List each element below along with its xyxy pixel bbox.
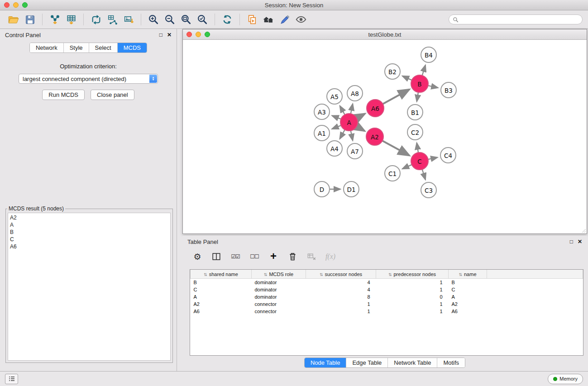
result-item[interactable]: A6	[10, 243, 168, 250]
cell-successor-nodes[interactable]: 1	[306, 300, 376, 308]
graph-node-D1[interactable]: D1	[344, 181, 359, 197]
edge-A2-C[interactable]	[382, 141, 409, 155]
cell-successor-nodes[interactable]: 4	[306, 279, 376, 286]
table-settings-gear-icon[interactable]: ⚙	[191, 251, 203, 262]
cell-successor-nodes[interactable]: 1	[306, 308, 376, 315]
cell-name[interactable]: A6	[449, 308, 487, 315]
graph-node-A4[interactable]: A4	[327, 141, 342, 156]
cell-predecessor-nodes[interactable]: 1	[376, 286, 449, 293]
tab-edge-table[interactable]: Edge Table	[346, 358, 388, 367]
edge-A-A1[interactable]	[332, 125, 341, 129]
cell-predecessor-nodes[interactable]: 0	[376, 293, 449, 300]
graph-node-B1[interactable]: B1	[407, 105, 423, 120]
table-row[interactable]: A2connector11A2	[191, 300, 583, 308]
add-row-icon[interactable]: +	[268, 250, 279, 262]
float-table-panel-icon[interactable]: □	[570, 239, 573, 244]
graph-node-B[interactable]: B	[411, 75, 428, 92]
graph-node-B3[interactable]: B3	[441, 82, 456, 98]
cell-name[interactable]: A	[449, 293, 487, 300]
graph-node-C[interactable]: C	[411, 152, 428, 170]
network-close-button[interactable]	[186, 32, 192, 37]
graph-node-C4[interactable]: C4	[440, 148, 456, 163]
table-row[interactable]: Bdominator41B	[191, 279, 583, 286]
column-header-shared-name[interactable]: ⇅shared name	[191, 270, 252, 279]
toggle-view-button[interactable]	[293, 12, 309, 27]
result-item[interactable]: A2	[10, 214, 168, 221]
edge-B-B2[interactable]	[402, 76, 412, 80]
cell-MCDS-role[interactable]: dominator	[252, 286, 306, 293]
graph-node-A1[interactable]: A1	[314, 125, 330, 141]
column-header-MCDS-role[interactable]: ⇅MCDS role	[252, 270, 306, 279]
export-image-button[interactable]	[120, 12, 137, 27]
result-item[interactable]: C	[10, 236, 168, 243]
cell-shared-name[interactable]: A2	[191, 300, 252, 308]
open-file-button[interactable]	[5, 12, 22, 27]
network-graph[interactable]: B4B2BB3A5A8A6B1A3AA1C2A2A4A7C4CC1C3DD1	[183, 40, 587, 234]
cell-predecessor-nodes[interactable]: 1	[376, 300, 449, 308]
network-zoom-button[interactable]	[205, 32, 210, 37]
edge-B-B1[interactable]	[417, 92, 418, 102]
graph-node-C1[interactable]: C1	[385, 166, 400, 181]
cell-successor-nodes[interactable]: 8	[306, 293, 376, 300]
delete-rows-icon[interactable]	[287, 251, 298, 262]
cell-name[interactable]: C	[449, 286, 487, 293]
open-recent-session-button[interactable]	[244, 12, 260, 27]
cell-name[interactable]: B	[449, 279, 487, 286]
graph-node-A6[interactable]: A6	[367, 100, 384, 117]
cell-shared-name[interactable]: A	[191, 293, 252, 300]
edge-A-A2[interactable]	[357, 126, 365, 131]
cell-shared-name[interactable]: A6	[191, 308, 252, 315]
minimize-window-button[interactable]	[13, 2, 19, 8]
deselect-all-icon[interactable]: ☐☐	[249, 251, 260, 262]
cell-MCDS-role[interactable]: connector	[252, 308, 306, 315]
tab-style[interactable]: Style	[64, 43, 89, 52]
tab-motifs[interactable]: Motifs	[437, 358, 465, 367]
close-window-button[interactable]	[4, 2, 10, 8]
graph-node-C3[interactable]: C3	[421, 182, 436, 198]
zoom-selected-button[interactable]	[194, 12, 210, 27]
run-mcds-button[interactable]: Run MCDS	[42, 90, 85, 100]
column-header-name[interactable]: ⇅name	[449, 270, 487, 279]
tab-mcds[interactable]: MCDS	[118, 43, 147, 52]
edge-A-A7[interactable]	[351, 131, 353, 141]
edge-B-B3[interactable]	[428, 86, 438, 88]
column-header-successor-nodes[interactable]: ⇅successor nodes	[306, 270, 376, 279]
show-columns-icon[interactable]	[210, 251, 222, 262]
edge-C-C1[interactable]	[402, 165, 412, 169]
edge-A-A3[interactable]	[332, 116, 341, 119]
node-table-container[interactable]: ⇅shared name⇅MCDS role⇅successor nodes⇅p…	[190, 269, 583, 356]
graph-node-A3[interactable]: A3	[314, 104, 330, 119]
network-canvas[interactable]: B4B2BB3A5A8A6B1A3AA1C2A2A4A7C4CC1C3DD1	[183, 40, 587, 234]
tab-node-table[interactable]: Node Table	[305, 358, 347, 367]
cell-predecessor-nodes[interactable]: 1	[376, 308, 449, 315]
edge-C-C4[interactable]	[428, 157, 438, 159]
show-graphics-details-button[interactable]	[277, 12, 293, 27]
optimization-criterion-dropdown[interactable]: largest connected component (directed) ▲…	[19, 74, 158, 84]
zoom-window-button[interactable]	[22, 2, 28, 8]
tab-network-table[interactable]: Network Table	[388, 358, 437, 367]
result-item[interactable]: A	[10, 221, 168, 229]
column-header-predecessor-nodes[interactable]: ⇅predecessor nodes	[376, 270, 449, 279]
cell-shared-name[interactable]: C	[191, 286, 252, 293]
cell-MCDS-role[interactable]: dominator	[252, 279, 306, 286]
edge-A6-B[interactable]	[383, 90, 410, 104]
import-network-from-file-button[interactable]	[47, 12, 63, 27]
network-minimize-button[interactable]	[196, 32, 201, 37]
graph-node-A2[interactable]: A2	[366, 128, 383, 145]
zoom-out-button[interactable]	[162, 12, 178, 27]
graph-node-A8[interactable]: A8	[347, 86, 363, 101]
graph-node-A7[interactable]: A7	[347, 143, 363, 159]
cell-successor-nodes[interactable]: 4	[306, 286, 376, 293]
clone-network-button[interactable]	[88, 12, 104, 27]
close-panel-button[interactable]: Close panel	[91, 90, 134, 100]
graph-node-A5[interactable]: A5	[327, 89, 342, 104]
network-window-titlebar[interactable]: testGlobe.txt	[183, 29, 587, 40]
cell-name[interactable]: A2	[449, 300, 487, 308]
cell-shared-name[interactable]: B	[191, 279, 252, 286]
import-table-from-file-button[interactable]	[63, 12, 79, 27]
edge-C-C2[interactable]	[417, 143, 418, 153]
close-table-panel-icon[interactable]: ✕	[578, 239, 582, 244]
edge-A-A5[interactable]	[340, 106, 345, 115]
cell-MCDS-role[interactable]: connector	[252, 300, 306, 308]
close-panel-icon[interactable]: ✕	[167, 32, 172, 38]
